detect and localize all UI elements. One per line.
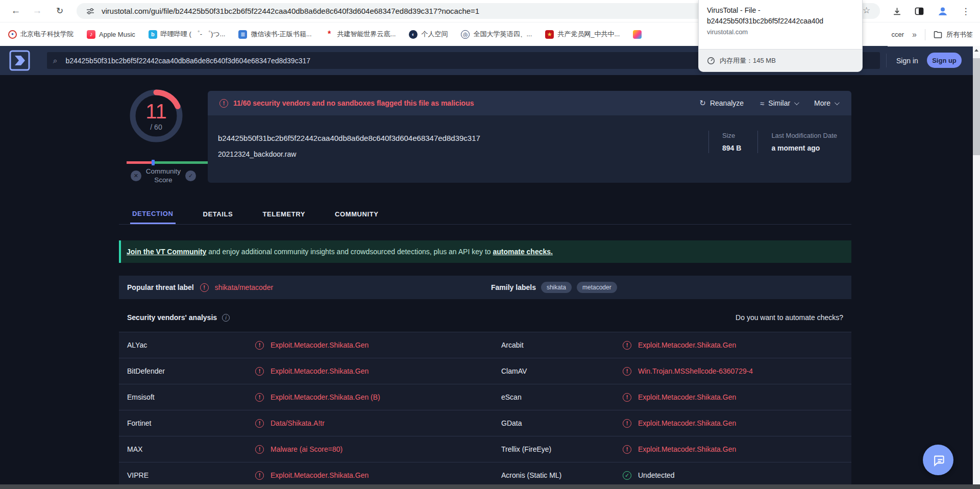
bookmark-weread[interactable]: ≣微信读书-正版书籍... (238, 30, 311, 39)
tab-telemetry[interactable]: TELEMETRY (260, 204, 307, 224)
vendor-result: !Exploit.Metacoder.Shikata.Gen (623, 419, 851, 428)
bookmark-fragment[interactable]: ccer (892, 31, 904, 38)
all-bookmarks-button[interactable]: 所有书签 (934, 30, 973, 39)
bookmark-bjesti[interactable]: ●北京电子科技学院 (8, 30, 74, 39)
info-icon[interactable]: i (222, 314, 230, 322)
virustotal-logo[interactable] (9, 50, 30, 71)
bookmark-colorful[interactable] (633, 30, 642, 39)
page-scrollbar[interactable] (973, 46, 980, 484)
vendor-result: !Exploit.Metacoder.Shikata.Gen (623, 445, 851, 454)
community-score-widget: ✕ CommunityScore ✓ (119, 167, 208, 184)
bookmarks-list: ●北京电子科技学院 ♪Apple Music b哔哩哔哩 ( ゜- ゜)つ...… (0, 30, 642, 39)
more-button[interactable]: More (814, 99, 838, 107)
memory-gauge-icon (707, 57, 715, 65)
vendor-name: Fortinet (119, 419, 255, 427)
forward-button[interactable]: → (29, 2, 46, 19)
browser-menu-button[interactable]: ⋮ (959, 4, 973, 18)
url-text: virustotal.com/gui/file/b24425b50f31bc2b… (102, 7, 479, 15)
bookmark-bilibili[interactable]: b哔哩哔哩 ( ゜- ゜)つ... (149, 30, 226, 39)
result-text: Exploit.Metacoder.Shikata.Gen (B) (271, 393, 380, 401)
score-positives: 11 (145, 101, 167, 121)
family-pill-shikata[interactable]: shikata (541, 282, 572, 293)
tab-community[interactable]: COMMUNITY (333, 204, 381, 224)
profile-avatar[interactable] (936, 4, 950, 18)
similar-button[interactable]: ≈Similar (760, 99, 798, 108)
tab-details[interactable]: DETAILS (201, 204, 235, 224)
scrollbar-thumb[interactable] (973, 58, 980, 155)
bookmark-star-icon[interactable]: ☆ (863, 5, 870, 16)
tab-detection[interactable]: DETECTION (130, 204, 176, 224)
result-text: Exploit.Metacoder.Shikata.Gen (271, 367, 369, 375)
vendors-analysis-header: Security vendors' analysis i Do you want… (119, 309, 851, 326)
bookmark-huawei[interactable]: *共建智能世界云底... (325, 30, 396, 39)
back-button[interactable]: ← (7, 2, 24, 19)
family-pill-metacoder[interactable]: metacoder (577, 282, 617, 293)
last-modification-value: a moment ago (771, 144, 837, 152)
site-info-icon[interactable] (86, 7, 94, 15)
bookmark-label: 个人空间 (421, 30, 448, 39)
vendor-name: eScan (493, 393, 623, 401)
community-bar-positive (155, 161, 213, 164)
hover-card-title-line2: b24425b50f31bc2b6f5f22442caa40d (707, 16, 854, 27)
malicious-icon: ! (255, 367, 264, 376)
result-text: Exploit.Metacoder.Shikata.Gen (638, 419, 736, 427)
back-icon: ← (11, 5, 21, 16)
sign-in-link[interactable]: Sign in (896, 46, 918, 75)
side-panel-button[interactable] (912, 4, 926, 18)
threat-label-row: Popular threat label ! shikata/metacoder… (119, 276, 851, 299)
bookmarks-overflow-chevron[interactable]: » (912, 30, 917, 39)
bilibili-favicon: b (149, 30, 157, 39)
result-text: Exploit.Metacoder.Shikata.Gen (638, 393, 736, 401)
chat-fab-button[interactable] (923, 445, 953, 475)
vendor-name: GData (493, 419, 623, 427)
alert-warning-icon: ! (219, 99, 228, 108)
weread-favicon: ≣ (238, 30, 247, 39)
downloads-button[interactable] (890, 4, 904, 18)
detections-table: ALYac !Exploit.Metacoder.Shikata.Gen Arc… (119, 332, 851, 484)
chat-icon (932, 453, 945, 467)
join-vt-community-link[interactable]: Join the VT Community (127, 248, 206, 256)
file-meta: Size 894 B Last Modification Date a mome… (708, 131, 837, 153)
vendor-result: !Exploit.Metacoder.Shikata.Gen (255, 341, 493, 350)
vendor-result-undetected: ✓Undetected (623, 471, 851, 480)
file-size-block: Size 894 B (708, 131, 741, 153)
malicious-icon: ! (255, 393, 264, 402)
malicious-icon: ! (623, 393, 631, 402)
result-text: Win.Trojan.MSShellcode-6360729-4 (638, 367, 753, 375)
bookmark-party[interactable]: ★共产党员网_中共中... (545, 30, 620, 39)
colorful-favicon (633, 30, 642, 39)
vendor-result: !Exploit.Metacoder.Shikata.Gen (255, 367, 493, 376)
vote-harmless-icon[interactable]: ✓ (185, 170, 196, 181)
sign-up-button[interactable]: Sign up (927, 53, 962, 68)
automate-checks-question[interactable]: Do you want to automate checks? (736, 313, 843, 322)
alert-text: 11/60 security vendors and no sandboxes … (233, 99, 474, 107)
last-modification-label: Last Modification Date (771, 132, 837, 139)
vote-malicious-icon[interactable]: ✕ (131, 170, 141, 181)
more-label: More (814, 99, 830, 107)
detection-score-gauge: 11 / 60 (130, 89, 183, 142)
table-row: BitDefender !Exploit.Metacoder.Shikata.G… (119, 358, 851, 384)
bookmark-label: 微信读书-正版书籍... (251, 30, 311, 39)
vendor-name: MAX (119, 445, 255, 453)
file-info-card: b24425b50f31bc2b6f5f22442caa40db8a6de8c6… (208, 115, 851, 183)
vendor-name: ALYac (119, 341, 255, 349)
bookmark-cet[interactable]: ◎全国大学英语四、... (461, 30, 532, 39)
memory-usage-text: 内存用量：145 MB (720, 56, 776, 65)
malicious-icon: ! (623, 367, 631, 376)
reload-button[interactable]: ↻ (51, 2, 68, 19)
automate-checks-link[interactable]: automate checks. (493, 248, 553, 256)
apple-music-favicon: ♪ (87, 30, 95, 39)
malicious-icon: ! (255, 471, 264, 480)
reanalyze-button[interactable]: ↻Reanalyze (699, 99, 744, 108)
score-total: / 60 (150, 123, 162, 131)
threat-value[interactable]: shikata/metacoder (215, 283, 273, 291)
bottom-edge-strip (0, 484, 980, 489)
scrollbar-up-button[interactable] (973, 46, 980, 54)
threat-warning-icon: ! (200, 283, 209, 292)
bookmark-personal-space[interactable]: ◐个人空间 (409, 30, 448, 39)
reanalyze-icon: ↻ (699, 99, 706, 108)
file-hash[interactable]: b24425b50f31bc2b6f5f22442caa40db8a6de8c6… (218, 134, 480, 142)
avatar-person-icon (937, 5, 949, 17)
bookmark-apple-music[interactable]: ♪Apple Music (87, 30, 135, 39)
vendor-name: Arcabit (493, 341, 623, 349)
